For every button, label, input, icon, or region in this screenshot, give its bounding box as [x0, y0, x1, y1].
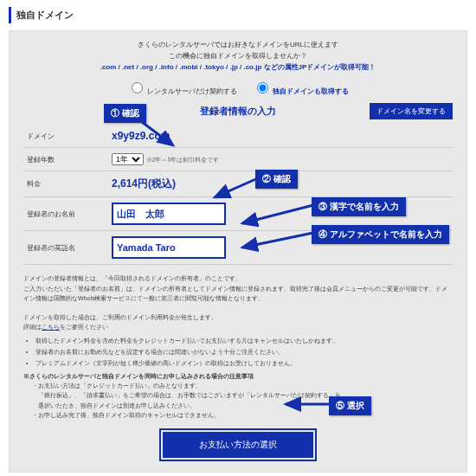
form-card: さくらのレンタルサーバではお好きなドメインをURLに使えます この機会に独自ドメ…: [9, 30, 467, 473]
label-years: 登録年数: [23, 148, 108, 171]
callout-1: ① 確認: [104, 104, 146, 123]
details-link[interactable]: こちら: [42, 324, 60, 330]
note-s2: 「銀行振込」、「請求書払い」をご希望の場合は、お手数ではございますが「レンタルサ…: [32, 390, 453, 400]
input-name[interactable]: 山田 太郎: [112, 203, 226, 225]
intro-line-1: さくらのレンタルサーバではお好きなドメインをURLに使えます: [23, 40, 453, 51]
label-price: 料金: [23, 171, 108, 197]
callout-3: ③ 漢字で名前を入力: [312, 197, 406, 216]
callout-2: ② 確認: [255, 170, 298, 189]
value-domain: x9y9z9.com: [112, 130, 170, 142]
row-domain: ドメイン x9y9z9.com: [23, 125, 453, 148]
note-p2: ご入力いただいた「登録者のお名前」は、ドメインの所有者としてドメイン情報に登録さ…: [23, 284, 453, 303]
radio-server-only[interactable]: レンタルサーバだけ契約する: [127, 80, 237, 96]
row-years: 登録年数 1年 ※2年～5年は割引料金です: [23, 148, 453, 171]
note-p1: ドメインの登録者情報とは、「今回取得されるドメインの所有者」のことです。: [23, 273, 453, 283]
value-price: 2,614円(税込): [112, 177, 176, 190]
page-root: 独自ドメイン さくらのレンタルサーバではお好きなドメインをURLに使えます この…: [0, 7, 476, 476]
row-price: 料金 2,614円(税込): [23, 171, 453, 197]
callout-4: ④ アルファベットで名前を入力: [312, 225, 449, 244]
plan-radio-group: レンタルサーバだけ契約する 独自ドメインも取得する: [23, 80, 453, 96]
input-roman[interactable]: Yamada Taro: [112, 236, 226, 259]
note-s1: ・お支払い方法は「クレジットカード払い」のみとなります。: [32, 381, 453, 390]
submit-wrap: お支払い方法の選択: [23, 432, 453, 458]
years-select[interactable]: 1年: [112, 153, 144, 165]
radio-with-domain[interactable]: 独自ドメインも取得する: [253, 80, 349, 96]
note-li1: 取得したドメイン料金を含めた料金をクレジットカード払いでお支払いする方はキャンセ…: [35, 336, 453, 345]
page-title: 独自ドメイン: [9, 7, 467, 23]
footer: 企業情報 ご不明点・お問合せ方法 ©SAKURA Internet Inc.: [9, 473, 467, 476]
intro-block: さくらのレンタルサーバではお好きなドメインをURLに使えます この機会に独自ドメ…: [23, 40, 453, 73]
note-s3: ・お申し込み完了後、独自ドメイン取得のキャンセルはできません。: [32, 410, 453, 420]
change-domain-button[interactable]: ドメイン名を変更する: [370, 103, 453, 119]
note-p3: ドメインを取得した場合は、ご利用のドメイン利用料金が発生します。: [23, 312, 453, 322]
notes-block: ドメインの登録者情報とは、「今回取得されるドメインの所有者」のことです。 ご入力…: [23, 273, 453, 420]
note-s2b: 選択いただき、独自ドメインは別途お申し込みください。: [32, 401, 453, 410]
intro-line-2: この機会に独自ドメインを取得しませんか？: [23, 51, 453, 62]
note-li2: 登録者のお名前にお勤め先などを設定する場合には間違いがないよう十分ご注意ください…: [35, 347, 453, 357]
intro-line-3: .com / .net / .org / .info / .mobi / .to…: [23, 62, 453, 74]
label-domain: ドメイン: [23, 125, 108, 148]
label-roman: 登録者の英語名: [23, 231, 108, 265]
section-header: 登録者情報の入力 ドメイン名を変更する: [23, 105, 453, 118]
callout-5: ⑤ 選択: [329, 396, 371, 415]
note-h2: ※さくらのレンタルサーバと独自ドメインを同時にお申し込みされる場合の注意事項: [23, 371, 453, 381]
registrant-table: ドメイン x9y9z9.com 登録年数 1年 ※2年～5年は割引料金です 料金…: [23, 125, 453, 265]
label-name: 登録者のお名前: [23, 197, 108, 231]
note-p4: 詳細はこちらをご参照ください: [23, 322, 453, 331]
submit-button[interactable]: お支払い方法の選択: [163, 432, 313, 458]
section-title: 登録者情報の入力: [200, 105, 276, 118]
note-li3: プレミアムドメイン（文字列が短く稀少価値の高いドメイン）の取得はお受けしておりま…: [35, 358, 453, 368]
years-note: ※2年～5年は割引料金です: [146, 157, 220, 163]
